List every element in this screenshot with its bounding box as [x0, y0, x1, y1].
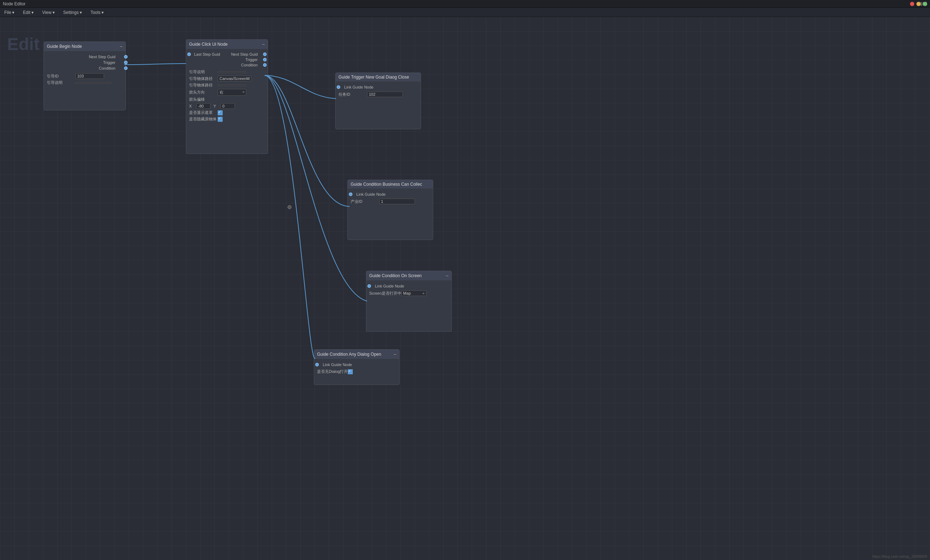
hide-original-checkbox[interactable] — [218, 117, 223, 122]
guide-condition-business-body: Link Guide Node 产业ID 1 — [348, 189, 433, 239]
port-condition: Condition — [47, 66, 123, 71]
port-link-guide-dialog: Link Guide Node — [317, 362, 396, 367]
field-arrow-offset-label: 箭头偏移 — [189, 97, 265, 102]
field-show-mask: 是否显示遮罩 — [189, 110, 265, 115]
port-trigger-right-dot[interactable] — [263, 58, 266, 61]
menu-bar: File ▾ Edit ▾ View ▾ Settings ▾ Tools ▾ — [0, 8, 930, 17]
port-next-step-guid-right-dot[interactable] — [263, 52, 266, 56]
field-no-dialog: 是否无Dialog打开 — [317, 369, 396, 374]
port-last-step-guid-dot[interactable] — [187, 52, 191, 56]
guide-trigger-new-goal-header: Guide Trigger New Goal Diaog Close — [336, 73, 421, 81]
top-right-number: 103 — [920, 0, 927, 8]
port-link-guide-trigger-dot[interactable] — [337, 85, 340, 89]
guide-begin-node-body: Next Step Guid Trigger Condition 引导ID 10… — [44, 51, 125, 110]
field-click-guide-desc: 引导说明 — [189, 69, 265, 75]
bottom-url: https://blog.csdn.net/qq_26999509 — [873, 555, 927, 558]
field-guide-id: 引导ID 103 — [47, 73, 123, 79]
guide-trigger-new-goal-body: Link Guide Node 任务ID 102 — [336, 81, 421, 129]
port-link-guide-screen-dot[interactable] — [367, 284, 371, 288]
guide-click-ui-node: Guide Click Ui Node − Last Step Guid Nex… — [186, 39, 268, 154]
port-link-guide-business-dot[interactable] — [349, 192, 353, 196]
title-bar: Node Editor — [0, 0, 930, 8]
port-link-guide-business: Link Guide Node — [351, 192, 430, 196]
show-mask-checkbox[interactable] — [218, 110, 223, 115]
guide-condition-any-dialog-title: Guide Condition Any Dialog Open — [317, 352, 381, 357]
port-link-guide-dialog-dot[interactable] — [315, 363, 319, 367]
field-hide-original: 是否隐藏原物体 — [189, 117, 265, 122]
menu-edit[interactable]: Edit ▾ — [22, 9, 35, 16]
guide-condition-on-screen-body: Link Guide Node Screen是否打开中 Map ÷ — [366, 280, 451, 331]
node-canvas[interactable]: Edit Guide Begin Node − Next Step Guid — [0, 17, 930, 560]
edit-watermark: Edit — [7, 34, 40, 54]
port-trigger: Trigger — [47, 60, 123, 64]
connections-overlay — [0, 17, 930, 560]
svg-point-0 — [288, 206, 291, 209]
guide-click-ui-node-header: Guide Click Ui Node − — [186, 40, 268, 49]
guide-condition-business-title: Guide Condition Business Can Collec — [351, 182, 422, 187]
guide-click-ui-node-body: Last Step Guid Next Step Guid Trigger Co… — [186, 49, 268, 153]
menu-view[interactable]: View ▾ — [41, 9, 56, 16]
field-guide-desc: 引导说明 — [47, 80, 123, 85]
guide-condition-any-dialog-collapse[interactable]: − — [394, 351, 396, 357]
port-link-guide-screen: Link Guide Node — [369, 284, 448, 288]
guide-condition-on-screen-collapse[interactable]: − — [446, 273, 448, 279]
field-industry-id: 产业ID 1 — [351, 199, 430, 204]
guide-trigger-new-goal-title: Guide Trigger New Goal Diaog Close — [339, 75, 409, 80]
guide-trigger-new-goal-node: Guide Trigger New Goal Diaog Close Link … — [335, 72, 421, 129]
guide-condition-on-screen-header: Guide Condition On Screen − — [366, 271, 451, 280]
field-click-guide-path2: 引导物体路径 — [189, 83, 265, 88]
guide-condition-any-dialog-header: Guide Condition Any Dialog Open − — [314, 350, 399, 359]
field-arrow-dir: 箭头方向 右 ÷ — [189, 89, 265, 96]
guide-click-ui-node-title: Guide Click Ui Node — [189, 42, 228, 47]
port-link-guide-trigger: Link Guide Node — [339, 85, 418, 89]
field-task-id: 任务ID 102 — [339, 91, 418, 97]
port-next-step-guid-dot[interactable] — [124, 55, 128, 58]
screen-open-dropdown[interactable]: Map ÷ — [401, 290, 427, 296]
title-bar-title: Node Editor — [3, 2, 25, 6]
no-dialog-checkbox[interactable] — [348, 369, 353, 374]
guide-condition-any-dialog-node: Guide Condition Any Dialog Open − Link G… — [314, 349, 400, 385]
guide-id-value[interactable]: 103 — [75, 73, 104, 79]
menu-tools[interactable]: Tools ▾ — [89, 9, 105, 16]
menu-settings[interactable]: Settings ▾ — [62, 9, 83, 16]
arrow-dir-dropdown[interactable]: 右 ÷ — [218, 89, 246, 96]
guide-begin-node-collapse[interactable]: − — [120, 44, 123, 49]
guide-desc-value[interactable] — [75, 82, 111, 84]
guide-condition-any-dialog-body: Link Guide Node 是否无Dialog打开 — [314, 359, 399, 385]
guide-begin-node-title: Guide Begin Node — [47, 44, 82, 49]
field-screen-open: Screen是否打开中 Map ÷ — [369, 290, 448, 296]
port-next-step-guid: Next Step Guid — [47, 55, 123, 59]
field-arrow-offset-xy: X -80 Y 0 — [189, 103, 265, 109]
guide-condition-on-screen-node: Guide Condition On Screen − Link Guide N… — [366, 271, 452, 332]
guide-condition-business-header: Guide Condition Business Can Collec — [348, 180, 433, 189]
menu-file[interactable]: File ▾ — [3, 9, 16, 16]
guide-begin-node: Guide Begin Node − Next Step Guid Trigge… — [44, 41, 126, 110]
guide-condition-business-node: Guide Condition Business Can Collec Link… — [347, 180, 433, 240]
guide-begin-node-header: Guide Begin Node − — [44, 42, 125, 51]
close-button[interactable] — [910, 2, 914, 6]
field-click-guide-path1: 引导物体路径 Canvas/ScreenM — [189, 76, 265, 81]
port-trigger-dot[interactable] — [124, 61, 128, 64]
guide-click-ui-node-collapse[interactable]: − — [262, 41, 265, 47]
port-condition-dot[interactable] — [124, 66, 128, 70]
guide-condition-on-screen-title: Guide Condition On Screen — [369, 273, 422, 278]
port-condition-right-dot[interactable] — [263, 63, 266, 67]
